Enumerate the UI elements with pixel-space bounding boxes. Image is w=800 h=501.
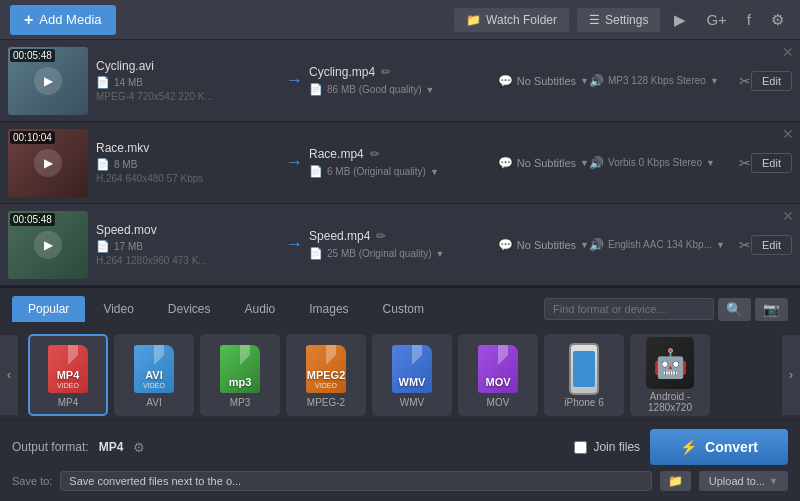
file-size: 8 MB (114, 159, 137, 170)
audio-dropdown[interactable]: ▼ (706, 158, 715, 168)
edit-button[interactable]: Edit (751, 235, 792, 255)
format-card-label: AVI (146, 397, 161, 408)
format-tab-video[interactable]: Video (87, 296, 149, 322)
remove-file-button[interactable]: ✕ (782, 44, 794, 60)
file-list: 00:05:48 ▶ Cycling.avi 📄 14 MB MPEG-4 72… (0, 40, 800, 286)
format-tab-popular[interactable]: Popular (12, 296, 85, 322)
scissors-button[interactable]: ✂ (739, 73, 751, 89)
file-doc-icon: 📄 (96, 158, 110, 171)
edit-button[interactable]: Edit (751, 153, 792, 173)
subtitle-value: No Subtitles (517, 239, 576, 251)
file-meta: 📄 8 MB (96, 158, 271, 171)
edit-name-icon[interactable]: ✏ (370, 147, 380, 161)
play-button[interactable]: ▶ (34, 231, 62, 259)
file-codec: MPEG-4 720x542 220 K... (96, 91, 271, 102)
format-browse-button[interactable]: 📷 (755, 298, 788, 321)
gear-icon-button[interactable]: ⚙ (765, 7, 790, 33)
remove-file-button[interactable]: ✕ (782, 208, 794, 224)
play-button[interactable]: ▶ (34, 149, 62, 177)
output-name-row: Race.mp4 ✏ (309, 147, 469, 161)
format-card-android---1280x720[interactable]: 🤖 Android - 1280x720 (630, 334, 710, 416)
format-search-input[interactable] (544, 298, 714, 320)
format-card-avi[interactable]: AVI VIDEO AVI (114, 334, 194, 416)
browse-folder-button[interactable]: 📁 (660, 471, 691, 491)
subtitle-icon: 💬 (498, 74, 513, 88)
format-card-mp3[interactable]: mp3 MP3 (200, 334, 280, 416)
save-path-input[interactable] (60, 471, 651, 491)
edit-button[interactable]: Edit (751, 71, 792, 91)
audio-dropdown[interactable]: ▼ (716, 240, 725, 250)
file-info: Cycling.avi 📄 14 MB MPEG-4 720x542 220 K… (88, 59, 279, 102)
arrow-icon: → (285, 234, 303, 255)
convert-button[interactable]: ⚡ Convert (650, 429, 788, 465)
format-card-label: MOV (487, 397, 510, 408)
gplus-icon-button[interactable]: G+ (700, 7, 732, 32)
output-size-dropdown[interactable]: ▼ (426, 85, 435, 95)
file-meta: 📄 17 MB (96, 240, 271, 253)
android-img: 🤖 (646, 337, 694, 389)
settings-menu-icon: ☰ (589, 13, 600, 27)
iphone-icon (560, 343, 608, 395)
format-card-mov[interactable]: MOV MOV (458, 334, 538, 416)
arrow-section: → (279, 70, 309, 91)
format-tab-images[interactable]: Images (293, 296, 364, 322)
format-tab-audio[interactable]: Audio (229, 296, 292, 322)
bottom-row2: Save to: 📁 Upload to... ▼ (12, 471, 788, 491)
output-settings-button[interactable]: ⚙ (133, 440, 145, 455)
output-name-row: Speed.mp4 ✏ (309, 229, 469, 243)
mp4-label-text: MP4 (57, 369, 80, 381)
format-card-wmv[interactable]: WMV WMV (372, 334, 452, 416)
format-tab-devices[interactable]: Devices (152, 296, 227, 322)
header-right: 📁 Watch Folder ☰ Settings ▶ G+ f ⚙ (454, 7, 790, 33)
subtitle-icon: 💬 (498, 156, 513, 170)
file-row: 00:05:48 ▶ Speed.mov 📄 17 MB H.264 1280x… (0, 204, 800, 286)
output-size: 86 MB (Good quality) (327, 84, 422, 95)
format-card-label: Android - 1280x720 (632, 391, 708, 413)
subtitle-section: 💬 No Subtitles ▼ (469, 74, 589, 88)
file-size: 17 MB (114, 241, 143, 252)
output-size-row: 📄 6 MB (Original quality) ▼ (309, 165, 469, 178)
plus-icon: + (24, 11, 33, 29)
join-files-checkbox[interactable] (574, 441, 587, 454)
subtitle-section: 💬 No Subtitles ▼ (469, 238, 589, 252)
remove-file-button[interactable]: ✕ (782, 126, 794, 142)
add-media-button[interactable]: + Add Media (10, 5, 116, 35)
settings-button[interactable]: ☰ Settings (577, 8, 660, 32)
audio-value: Vorbis 0 Kbps Stereo (608, 157, 702, 168)
edit-name-icon[interactable]: ✏ (376, 229, 386, 243)
avi-card-icon: AVI VIDEO (130, 343, 178, 395)
format-card-mp4[interactable]: MP4 VIDEO MP4 (28, 334, 108, 416)
join-files-label: Join files (593, 440, 640, 454)
duration-badge: 00:10:04 (10, 131, 55, 144)
scissors-button[interactable]: ✂ (739, 237, 751, 253)
nav-next-arrow[interactable]: › (782, 335, 800, 415)
output-size-dropdown[interactable]: ▼ (436, 249, 445, 259)
watch-folder-label: Watch Folder (486, 13, 557, 27)
youtube-icon-button[interactable]: ▶ (668, 7, 692, 33)
nav-prev-arrow[interactable]: ‹ (0, 335, 18, 415)
play-button[interactable]: ▶ (34, 67, 62, 95)
output-file-name: Cycling.mp4 (309, 65, 375, 79)
format-tab-custom[interactable]: Custom (367, 296, 440, 322)
subtitle-dropdown[interactable]: ▼ (580, 240, 589, 250)
join-files-checkbox-label[interactable]: Join files (574, 440, 640, 454)
audio-dropdown[interactable]: ▼ (710, 76, 719, 86)
format-card-mpeg-2[interactable]: MPEG2 VIDEO MPEG-2 (286, 334, 366, 416)
mp3-doc-icon: mp3 (220, 345, 260, 393)
output-size-dropdown[interactable]: ▼ (430, 167, 439, 177)
scissors-button[interactable]: ✂ (739, 155, 751, 171)
mp4-subtext: VIDEO (57, 382, 80, 389)
subtitle-value: No Subtitles (517, 157, 576, 169)
edit-name-icon[interactable]: ✏ (381, 65, 391, 79)
facebook-icon-button[interactable]: f (741, 7, 757, 32)
subtitle-dropdown[interactable]: ▼ (580, 76, 589, 86)
watch-folder-button[interactable]: 📁 Watch Folder (454, 8, 569, 32)
format-card-iphone-6[interactable]: iPhone 6 (544, 334, 624, 416)
format-search: 🔍 📷 (544, 298, 788, 321)
upload-dropdown-arrow: ▼ (769, 476, 778, 486)
upload-button[interactable]: Upload to... ▼ (699, 471, 788, 491)
format-search-button[interactable]: 🔍 (718, 298, 751, 321)
bottom-row1: Output format: MP4 ⚙ Join files ⚡ Conver… (12, 429, 788, 465)
subtitle-dropdown[interactable]: ▼ (580, 158, 589, 168)
output-name-row: Cycling.mp4 ✏ (309, 65, 469, 79)
